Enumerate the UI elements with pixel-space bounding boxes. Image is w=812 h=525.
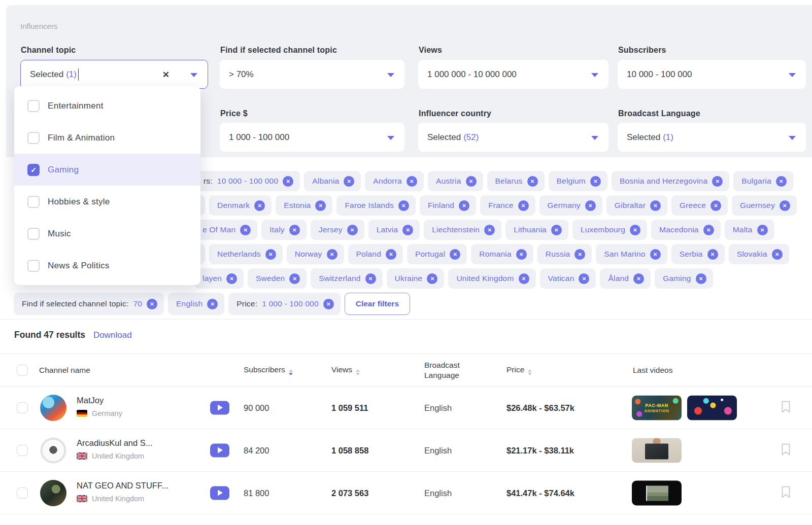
select-all-checkbox[interactable]: [17, 365, 28, 376]
remove-chip-icon[interactable]: ✕: [450, 249, 460, 260]
bookmark-icon[interactable]: [781, 443, 791, 458]
remove-chip-icon[interactable]: ✕: [347, 225, 358, 235]
chevron-down-icon[interactable]: [190, 73, 197, 77]
clear-selection-icon[interactable]: ✕: [162, 69, 170, 80]
remove-chip-icon[interactable]: ✕: [427, 273, 437, 284]
remove-chip-icon[interactable]: ✕: [516, 249, 527, 260]
checkbox[interactable]: [27, 100, 40, 112]
header-channel-name: Channel name: [39, 366, 90, 375]
remove-chip-icon[interactable]: ✕: [402, 225, 413, 235]
checkbox[interactable]: [27, 260, 40, 272]
remove-chip-icon[interactable]: ✕: [323, 299, 334, 309]
remove-chip-icon[interactable]: ✕: [696, 273, 706, 284]
remove-chip-icon[interactable]: ✕: [703, 225, 714, 235]
remove-chip-icon[interactable]: ✕: [585, 200, 596, 211]
views-select[interactable]: 1 000 000 - 10 000 000: [418, 60, 608, 89]
remove-chip-icon[interactable]: ✕: [574, 249, 585, 260]
price-select[interactable]: 1 000 - 100 000: [220, 123, 404, 152]
remove-chip-icon[interactable]: ✕: [398, 200, 409, 211]
remove-chip-icon[interactable]: ✕: [466, 176, 477, 187]
remove-chip-icon[interactable]: ✕: [459, 200, 469, 211]
chevron-down-icon[interactable]: [591, 73, 598, 77]
remove-chip-icon[interactable]: ✕: [551, 225, 562, 235]
remove-chip-icon[interactable]: ✕: [707, 249, 718, 260]
remove-chip-icon[interactable]: ✕: [527, 176, 538, 187]
remove-chip-icon[interactable]: ✕: [630, 225, 640, 235]
checkbox[interactable]: [27, 228, 40, 240]
checkbox[interactable]: [27, 196, 40, 208]
remove-chip-icon[interactable]: ✕: [207, 299, 218, 309]
remove-chip-icon[interactable]: ✕: [633, 273, 644, 284]
remove-chip-icon[interactable]: ✕: [772, 249, 783, 260]
row-checkbox[interactable]: [17, 487, 28, 499]
checkbox-checked[interactable]: [27, 164, 40, 176]
remove-chip-icon[interactable]: ✕: [407, 176, 417, 187]
chevron-down-icon[interactable]: [387, 136, 394, 140]
dropdown-option[interactable]: Hobbies & style: [14, 186, 200, 218]
remove-chip-icon[interactable]: ✕: [365, 273, 376, 284]
sort-price-icon[interactable]: [528, 369, 532, 375]
remove-chip-icon[interactable]: ✕: [344, 176, 354, 187]
language-select[interactable]: Selected (1): [618, 123, 806, 152]
chevron-down-icon[interactable]: [789, 136, 796, 140]
bookmark-icon[interactable]: [781, 485, 791, 500]
youtube-play-button[interactable]: [210, 443, 229, 457]
remove-chip-icon[interactable]: ✕: [710, 200, 721, 211]
row-checkbox[interactable]: [17, 445, 28, 456]
filter-chip: Vatican✕: [540, 268, 596, 289]
sort-views-icon[interactable]: [356, 369, 360, 375]
chevron-down-icon[interactable]: [387, 73, 394, 77]
clear-filters-button[interactable]: Clear filters: [345, 293, 410, 315]
remove-chip-icon[interactable]: ✕: [518, 200, 529, 211]
dropdown-option[interactable]: Entertainment: [14, 90, 200, 122]
chevron-down-icon[interactable]: [591, 136, 598, 140]
chevron-down-icon[interactable]: [789, 73, 796, 77]
video-thumbnail[interactable]: PAC-MANANIMATION: [632, 395, 682, 420]
dropdown-option[interactable]: Gaming: [14, 154, 200, 186]
remove-chip-icon[interactable]: ✕: [386, 249, 396, 260]
country-select[interactable]: Selected (52): [418, 123, 608, 152]
remove-chip-icon[interactable]: ✕: [283, 176, 293, 187]
remove-chip-icon[interactable]: ✕: [265, 249, 276, 260]
remove-chip-icon[interactable]: ✕: [650, 200, 661, 211]
checkbox[interactable]: [27, 132, 40, 144]
video-thumbnail[interactable]: [687, 395, 737, 420]
remove-chip-icon[interactable]: ✕: [327, 249, 337, 260]
remove-chip-icon[interactable]: ✕: [289, 273, 300, 284]
dropdown-option[interactable]: Music: [14, 218, 200, 250]
bookmark-icon[interactable]: [781, 400, 791, 415]
subscribers-select[interactable]: 10 000 - 100 000: [618, 60, 806, 89]
remove-chip-icon[interactable]: ✕: [712, 176, 723, 187]
channel-topic-input[interactable]: Selected (1) ✕: [20, 60, 208, 89]
remove-chip-icon[interactable]: ✕: [254, 200, 265, 211]
channel-name[interactable]: ArcadiusKul and S...: [77, 438, 153, 448]
remove-chip-icon[interactable]: ✕: [147, 299, 157, 309]
remove-chip-icon[interactable]: ✕: [289, 225, 300, 235]
sort-subscribers-icon[interactable]: [289, 369, 293, 375]
remove-chip-icon[interactable]: ✕: [579, 273, 589, 284]
dropdown-option[interactable]: News & Politics: [14, 250, 200, 282]
dropdown-option[interactable]: Film & Animation: [14, 122, 200, 154]
remove-chip-icon[interactable]: ✕: [650, 249, 661, 260]
table-row[interactable]: MatJoy Germany 90 000 1 059 511 English …: [0, 387, 812, 429]
table-row[interactable]: NAT GEO AND STUFF... United Kingdom 81 8…: [0, 472, 812, 514]
row-checkbox[interactable]: [17, 402, 28, 413]
remove-chip-icon[interactable]: ✕: [590, 176, 601, 187]
remove-chip-icon[interactable]: ✕: [240, 225, 251, 235]
channel-name[interactable]: MatJoy: [77, 396, 122, 405]
table-row[interactable]: ArcadiusKul and S... United Kingdom 84 2…: [0, 429, 812, 472]
remove-chip-icon[interactable]: ✕: [776, 176, 787, 187]
topic-share-select[interactable]: > 70%: [220, 60, 404, 89]
remove-chip-icon[interactable]: ✕: [315, 200, 326, 211]
remove-chip-icon[interactable]: ✕: [226, 273, 237, 284]
youtube-play-button[interactable]: [210, 486, 229, 500]
download-link[interactable]: Download: [93, 330, 132, 340]
channel-name[interactable]: NAT GEO AND STUFF...: [77, 481, 168, 491]
video-thumbnail[interactable]: [632, 480, 682, 505]
video-thumbnail[interactable]: [632, 438, 682, 463]
remove-chip-icon[interactable]: ✕: [757, 225, 768, 235]
remove-chip-icon[interactable]: ✕: [484, 225, 495, 235]
youtube-play-button[interactable]: [210, 401, 229, 414]
remove-chip-icon[interactable]: ✕: [519, 273, 529, 284]
remove-chip-icon[interactable]: ✕: [780, 200, 790, 211]
